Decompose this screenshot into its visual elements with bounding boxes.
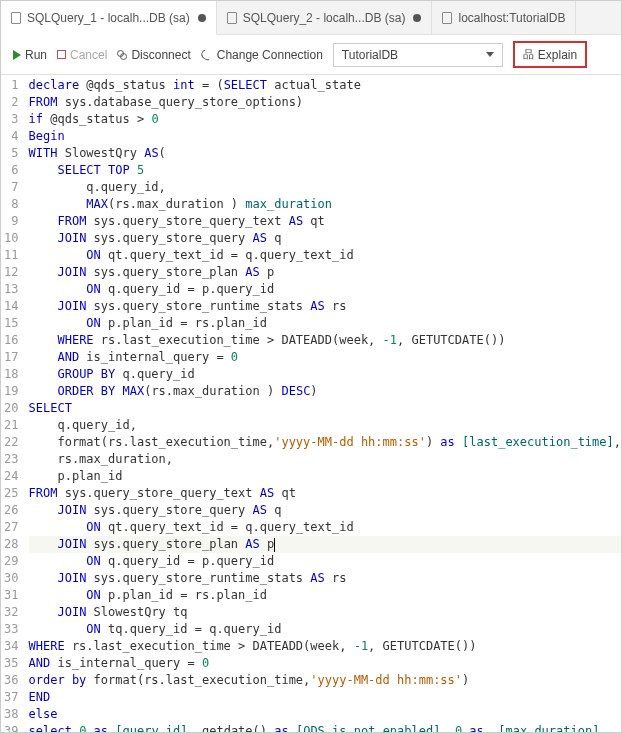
line-number: 5 — [1, 145, 19, 162]
code-line[interactable]: if @qds_status > 0 — [29, 111, 621, 128]
code-line[interactable]: AND is_internal_query = 0 — [29, 655, 621, 672]
tab-label: localhost:TutorialDB — [458, 11, 565, 25]
code-line[interactable]: JOIN sys.query_store_plan AS p — [29, 536, 621, 553]
code-line[interactable]: JOIN sys.query_store_runtime_stats AS rs — [29, 298, 621, 315]
disconnect-icon — [117, 50, 127, 60]
document-icon — [442, 12, 452, 24]
code-line[interactable]: AND is_internal_query = 0 — [29, 349, 621, 366]
line-number: 36 — [1, 672, 19, 689]
code-line[interactable]: FROM sys.query_store_query_text AS qt — [29, 213, 621, 230]
line-number: 15 — [1, 315, 19, 332]
line-number: 39 — [1, 723, 19, 732]
code-line[interactable]: FROM sys.database_query_store_options) — [29, 94, 621, 111]
change-connection-button[interactable]: Change Connection — [201, 48, 323, 62]
line-number: 20 — [1, 400, 19, 417]
line-number: 29 — [1, 553, 19, 570]
play-icon — [13, 50, 21, 60]
code-line[interactable]: WITH SlowestQry AS( — [29, 145, 621, 162]
line-number: 37 — [1, 689, 19, 706]
code-line[interactable]: ON q.query_id = p.query_id — [29, 553, 621, 570]
code-line[interactable]: FROM sys.query_store_query_text AS qt — [29, 485, 621, 502]
line-number: 27 — [1, 519, 19, 536]
code-line[interactable]: ORDER BY MAX(rs.max_duration ) DESC) — [29, 383, 621, 400]
line-number: 14 — [1, 298, 19, 315]
code-line[interactable]: GROUP BY q.query_id — [29, 366, 621, 383]
code-line[interactable]: JOIN sys.query_store_plan AS p — [29, 264, 621, 281]
code-line[interactable]: ON qt.query_text_id = q.query_text_id — [29, 519, 621, 536]
tab-bar: SQLQuery_1 - localh...DB (sa)SQLQuery_2 … — [1, 1, 621, 35]
code-line[interactable]: format(rs.last_execution_time,'yyyy-MM-d… — [29, 434, 621, 451]
code-line[interactable]: order by format(rs.last_execution_time,'… — [29, 672, 621, 689]
code-line[interactable]: SELECT TOP 5 — [29, 162, 621, 179]
run-button[interactable]: Run — [13, 48, 47, 62]
explain-button[interactable]: 品 Explain — [513, 41, 587, 68]
code-line[interactable]: ON qt.query_text_id = q.query_text_id — [29, 247, 621, 264]
code-line[interactable]: JOIN sys.query_store_query AS q — [29, 502, 621, 519]
run-label: Run — [25, 48, 47, 62]
code-line[interactable]: ON tq.query_id = q.query_id — [29, 621, 621, 638]
line-number: 8 — [1, 196, 19, 213]
line-number: 13 — [1, 281, 19, 298]
code-line[interactable]: END — [29, 689, 621, 706]
line-number: 23 — [1, 451, 19, 468]
code-line[interactable]: ON q.query_id = p.query_id — [29, 281, 621, 298]
tab-0[interactable]: SQLQuery_1 - localh...DB (sa) — [1, 1, 217, 35]
line-number: 21 — [1, 417, 19, 434]
line-number: 34 — [1, 638, 19, 655]
line-number: 31 — [1, 587, 19, 604]
line-number: 19 — [1, 383, 19, 400]
disconnect-label: Disconnect — [131, 48, 190, 62]
code-line[interactable]: JOIN sys.query_store_runtime_stats AS rs — [29, 570, 621, 587]
line-number: 16 — [1, 332, 19, 349]
explain-icon: 品 — [523, 47, 534, 62]
line-number: 6 — [1, 162, 19, 179]
code-line[interactable]: q.query_id, — [29, 179, 621, 196]
code-line[interactable]: declare @qds_status int = (SELECT actual… — [29, 77, 621, 94]
code-line[interactable]: Begin — [29, 128, 621, 145]
line-number: 18 — [1, 366, 19, 383]
code-line[interactable]: WHERE rs.last_execution_time > DATEADD(w… — [29, 332, 621, 349]
line-number: 24 — [1, 468, 19, 485]
unsaved-indicator-icon — [198, 14, 206, 22]
unsaved-indicator-icon — [413, 14, 421, 22]
tab-2[interactable]: localhost:TutorialDB — [432, 1, 576, 34]
cancel-label: Cancel — [70, 48, 107, 62]
line-number: 4 — [1, 128, 19, 145]
code-line[interactable]: MAX(rs.max_duration ) max_duration — [29, 196, 621, 213]
line-number: 12 — [1, 264, 19, 281]
database-select[interactable]: TutorialDB — [333, 43, 503, 67]
tab-label: SQLQuery_2 - localh...DB (sa) — [243, 11, 406, 25]
code-line[interactable]: JOIN sys.query_store_query AS q — [29, 230, 621, 247]
code-line[interactable]: JOIN SlowestQry tq — [29, 604, 621, 621]
code-editor[interactable]: 1234567891011121314151617181920212223242… — [1, 75, 621, 732]
line-number: 9 — [1, 213, 19, 230]
line-gutter: 1234567891011121314151617181920212223242… — [1, 75, 29, 732]
stop-icon — [57, 50, 66, 59]
line-number: 30 — [1, 570, 19, 587]
disconnect-button[interactable]: Disconnect — [117, 48, 190, 62]
code-line[interactable]: rs.max_duration, — [29, 451, 621, 468]
database-select-value: TutorialDB — [342, 48, 398, 62]
chevron-down-icon — [486, 52, 494, 57]
code-line[interactable]: select 0 as [query_id], getdate() as [QD… — [29, 723, 621, 732]
code-line[interactable]: SELECT — [29, 400, 621, 417]
code-area[interactable]: declare @qds_status int = (SELECT actual… — [29, 75, 621, 732]
code-line[interactable]: q.query_id, — [29, 417, 621, 434]
line-number: 17 — [1, 349, 19, 366]
document-icon — [11, 12, 21, 24]
line-number: 33 — [1, 621, 19, 638]
code-line[interactable]: ON p.plan_id = rs.plan_id — [29, 315, 621, 332]
line-number: 3 — [1, 111, 19, 128]
line-number: 32 — [1, 604, 19, 621]
tab-1[interactable]: SQLQuery_2 - localh...DB (sa) — [217, 1, 433, 34]
line-number: 11 — [1, 247, 19, 264]
code-line[interactable]: WHERE rs.last_execution_time > DATEADD(w… — [29, 638, 621, 655]
line-number: 26 — [1, 502, 19, 519]
line-number: 2 — [1, 94, 19, 111]
cancel-button[interactable]: Cancel — [57, 48, 107, 62]
code-line[interactable]: ON p.plan_id = rs.plan_id — [29, 587, 621, 604]
code-line[interactable]: p.plan_id — [29, 468, 621, 485]
line-number: 22 — [1, 434, 19, 451]
code-line[interactable]: else — [29, 706, 621, 723]
change-connection-icon — [199, 47, 214, 62]
